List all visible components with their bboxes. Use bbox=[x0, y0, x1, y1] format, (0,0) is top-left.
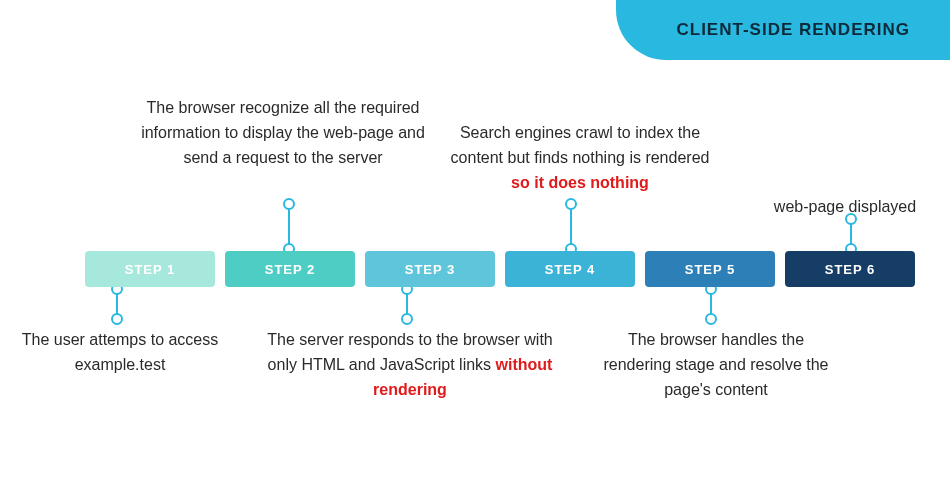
caption-step2: The browser recognize all the required i… bbox=[133, 96, 433, 170]
caption-step3: The server responds to the browser with … bbox=[260, 328, 560, 402]
caption-step5-text: The browser handles the rendering stage … bbox=[603, 331, 828, 398]
step-3-box: STEP 3 bbox=[365, 251, 495, 287]
step-3-label: STEP 3 bbox=[405, 262, 456, 277]
step-1-box: STEP 1 bbox=[85, 251, 215, 287]
caption-step4-em: so it does nothing bbox=[511, 174, 649, 191]
step-1-label: STEP 1 bbox=[125, 262, 176, 277]
caption-step5: The browser handles the rendering stage … bbox=[596, 328, 836, 402]
caption-step1-text: The user attemps to access example.test bbox=[22, 331, 219, 373]
connector-step4 bbox=[570, 206, 572, 251]
step-5-box: STEP 5 bbox=[645, 251, 775, 287]
caption-step1: The user attemps to access example.test bbox=[20, 328, 220, 378]
caption-step2-text: The browser recognize all the required i… bbox=[141, 99, 425, 166]
connector-step1 bbox=[116, 287, 118, 317]
step-2-label: STEP 2 bbox=[265, 262, 316, 277]
steps-row: STEP 1 STEP 2 STEP 3 STEP 4 STEP 5 STEP … bbox=[85, 251, 915, 287]
banner-title: CLIENT-SIDE RENDERING bbox=[676, 20, 910, 39]
step-5-label: STEP 5 bbox=[685, 262, 736, 277]
title-banner: CLIENT-SIDE RENDERING bbox=[616, 0, 950, 60]
connector-step5 bbox=[710, 287, 712, 317]
caption-step4-prefix: Search engines crawl to index the conten… bbox=[451, 124, 710, 166]
caption-step6-text: web-page displayed bbox=[774, 198, 916, 215]
caption-step6: web-page displayed bbox=[740, 195, 950, 220]
connector-step3 bbox=[406, 287, 408, 317]
step-4-box: STEP 4 bbox=[505, 251, 635, 287]
connector-step2 bbox=[288, 206, 290, 251]
step-2-box: STEP 2 bbox=[225, 251, 355, 287]
step-4-label: STEP 4 bbox=[545, 262, 596, 277]
step-6-label: STEP 6 bbox=[825, 262, 876, 277]
caption-step4: Search engines crawl to index the conten… bbox=[440, 121, 720, 195]
connector-step6 bbox=[850, 221, 852, 251]
step-6-box: STEP 6 bbox=[785, 251, 915, 287]
